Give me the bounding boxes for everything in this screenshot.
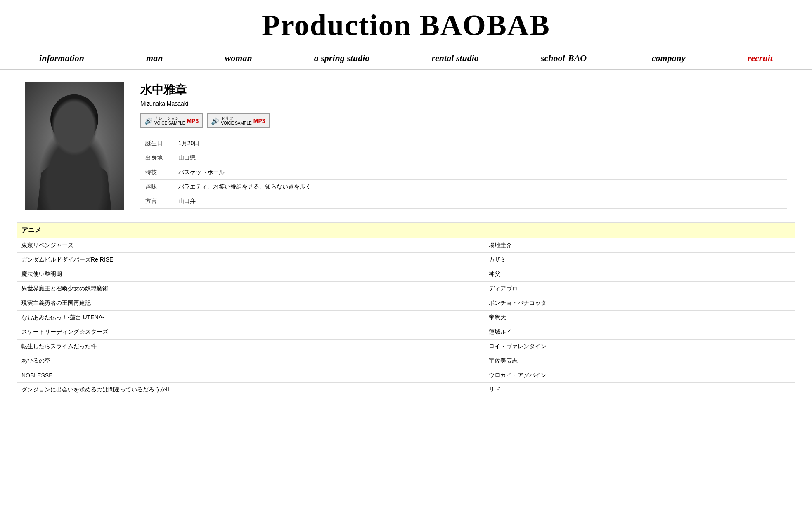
speaker-icon: 🔊 (144, 117, 153, 125)
nav-link-company[interactable]: company (652, 53, 686, 64)
dialect-label: 方言 (140, 194, 173, 209)
work-title: 魔法使い黎明期 (17, 267, 484, 282)
birthday-value: 1月20日 (173, 137, 787, 151)
works-table-body: 東京リベンジャーズ場地圭介ガンダムビルドダイバーズRe:RISEカザミ魔法使い黎… (17, 238, 795, 397)
works-row: あひるの空宇佐美広志 (17, 354, 795, 368)
works-row: なむあみだ仏っ！-蓮台 UTENA-帝釈天 (17, 311, 795, 325)
nav-link-school-bao-[interactable]: school-BAO- (541, 53, 590, 64)
profile-photo-container (25, 82, 124, 210)
nav-link-a-spring-studio[interactable]: a spring studio (314, 53, 370, 64)
work-title: 現実主義勇者の王国再建記 (17, 296, 484, 311)
work-role: 宇佐美広志 (484, 354, 795, 368)
profile-details-table: 誕生日 1月20日 出身地 山口県 特技 バスケットボール 趣味 バラエティ、お… (140, 137, 787, 209)
work-role: 神父 (484, 267, 795, 282)
serif-mp3-label: MP3 (253, 118, 265, 124)
svg-rect-0 (25, 82, 124, 210)
works-row: NOBLESSEウロカイ・アグバイン (17, 368, 795, 383)
work-role: ウロカイ・アグバイン (484, 368, 795, 383)
birthplace-value: 山口県 (173, 151, 787, 165)
work-title: NOBLESSE (17, 368, 484, 383)
serif-label: セリフ VOICE SAMPLE (221, 116, 251, 126)
svg-rect-4 (69, 154, 79, 165)
birthplace-label: 出身地 (140, 151, 173, 165)
birthplace-row: 出身地 山口県 (140, 151, 787, 165)
narration-mp3-label: MP3 (187, 118, 199, 124)
birthday-label: 誕生日 (140, 137, 173, 151)
work-role: 場地圭介 (484, 238, 795, 253)
hobby-row: 趣味 バラエティ、お笑い番組を見る、知らない道を歩く (140, 180, 787, 194)
works-row: 転生したらスライムだった件ロイ・ヴァレンタイン (17, 340, 795, 354)
svg-point-6 (78, 132, 84, 137)
profile-info-container: 水中雅章 Mizunaka Masaaki 🔊 ナレーション VOICE SAM… (140, 82, 787, 209)
work-title: 異世界魔王と召喚少女の奴隷魔術 (17, 282, 484, 296)
work-role: 蓮城ルイ (484, 325, 795, 340)
work-title: 東京リベンジャーズ (17, 238, 484, 253)
work-role: カザミ (484, 253, 795, 267)
profile-name-romanized: Mizunaka Masaaki (140, 100, 787, 107)
svg-point-3 (57, 115, 92, 156)
profile-image (25, 82, 124, 210)
birthday-row: 誕生日 1月20日 (140, 137, 787, 151)
work-title: ガンダムビルドダイバーズRe:RISE (17, 253, 484, 267)
hobby-label: 趣味 (140, 180, 173, 194)
narration-voice-button[interactable]: 🔊 ナレーション VOICE SAMPLE MP3 (140, 113, 203, 128)
speaker-icon-2: 🔊 (211, 117, 219, 125)
works-section: アニメ 東京リベンジャーズ場地圭介ガンダムビルドダイバーズRe:RISEカザミ魔… (0, 222, 812, 414)
svg-point-1 (50, 94, 98, 144)
work-title: あひるの空 (17, 354, 484, 368)
works-row: スケートリーディング☆スターズ蓮城ルイ (17, 325, 795, 340)
works-row: ガンダムビルドダイバーズRe:RISEカザミ (17, 253, 795, 267)
works-row: ダンジョンに出会いを求めるのは間違っているだろうかIIIリド (17, 383, 795, 397)
anime-works-table: 東京リベンジャーズ場地圭介ガンダムビルドダイバーズRe:RISEカザミ魔法使い黎… (17, 238, 795, 397)
dialect-row: 方言 山口弁 (140, 194, 787, 209)
work-title: スケートリーディング☆スターズ (17, 325, 484, 340)
site-header: Production BAOBAB (0, 0, 812, 47)
voice-samples: 🔊 ナレーション VOICE SAMPLE MP3 🔊 セリフ VOICE SA… (140, 113, 787, 128)
site-title: Production BAOBAB (0, 8, 812, 42)
work-role: ロイ・ヴァレンタイン (484, 340, 795, 354)
profile-section: 水中雅章 Mizunaka Masaaki 🔊 ナレーション VOICE SAM… (0, 70, 812, 222)
work-role: 帝釈天 (484, 311, 795, 325)
work-role: ポンチョ・パナコッタ (484, 296, 795, 311)
hobby-value: バラエティ、お笑い番組を見る、知らない道を歩く (173, 180, 787, 194)
works-row: 現実主義勇者の王国再建記ポンチョ・パナコッタ (17, 296, 795, 311)
serif-voice-button[interactable]: 🔊 セリフ VOICE SAMPLE MP3 (207, 113, 269, 128)
work-role: リド (484, 383, 795, 397)
svg-point-2 (53, 94, 96, 132)
work-title: ダンジョンに出会いを求めるのは間違っているだろうかIII (17, 383, 484, 397)
nav-link-information[interactable]: information (39, 53, 84, 64)
svg-point-5 (64, 132, 71, 137)
works-row: 異世界魔王と召喚少女の奴隷魔術ディアヴロ (17, 282, 795, 296)
nav-link-rental-studio[interactable]: rental studio (431, 53, 478, 64)
skill-value: バスケットボール (173, 165, 787, 180)
works-row: 魔法使い黎明期神父 (17, 267, 795, 282)
narration-label: ナレーション VOICE SAMPLE (154, 116, 185, 126)
skill-label: 特技 (140, 165, 173, 180)
work-title: なむあみだ仏っ！-蓮台 UTENA- (17, 311, 484, 325)
nav-link-woman[interactable]: woman (225, 53, 252, 64)
dialect-value: 山口弁 (173, 194, 787, 209)
nav-link-man[interactable]: man (146, 53, 163, 64)
main-navigation: informationmanwomana spring studiorental… (0, 47, 812, 70)
nav-link-recruit[interactable]: recruit (748, 53, 773, 64)
work-title: 転生したらスライムだった件 (17, 340, 484, 354)
work-role: ディアヴロ (484, 282, 795, 296)
profile-name: 水中雅章 (140, 82, 787, 98)
works-row: 東京リベンジャーズ場地圭介 (17, 238, 795, 253)
skill-row: 特技 バスケットボール (140, 165, 787, 180)
anime-category-header: アニメ (17, 222, 795, 238)
